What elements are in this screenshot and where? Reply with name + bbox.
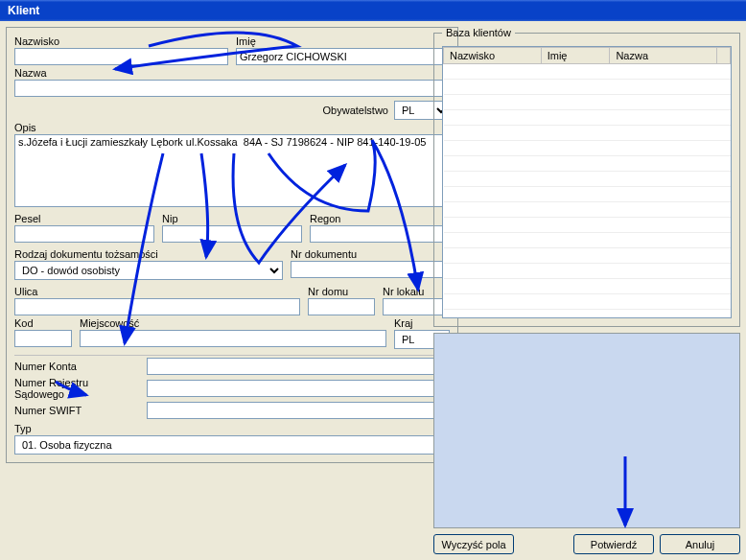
ulica-input[interactable] bbox=[14, 298, 300, 315]
nr-dok-input[interactable] bbox=[291, 261, 450, 278]
table-row bbox=[444, 172, 731, 187]
potwierdz-button[interactable]: Potwierdź bbox=[573, 534, 654, 554]
table-row bbox=[444, 233, 731, 248]
table-row bbox=[444, 248, 731, 264]
nazwa-input[interactable] bbox=[14, 80, 450, 97]
nr-dok-label: Nr dokumentu bbox=[291, 248, 450, 260]
table-row bbox=[444, 264, 731, 279]
imie-input[interactable] bbox=[236, 48, 450, 65]
col-nazwa[interactable]: Nazwa bbox=[610, 48, 717, 64]
numer-konta-input[interactable] bbox=[147, 358, 450, 375]
miejscowosc-input[interactable] bbox=[80, 330, 386, 347]
opis-textarea[interactable]: s.Józefa i Łucji zamieszkały Lębork ul.K… bbox=[14, 134, 450, 207]
table-row bbox=[444, 110, 731, 126]
table-row bbox=[444, 202, 731, 218]
numer-swift-label: Numer SWIFT bbox=[14, 405, 139, 416]
miejscowosc-label: Miejscowość bbox=[80, 317, 386, 329]
nr-domu-label: Nr domu bbox=[308, 286, 375, 297]
table-row bbox=[444, 64, 731, 80]
opis-label: Opis bbox=[14, 122, 450, 133]
table-row bbox=[444, 187, 731, 202]
numer-rejestru-input[interactable] bbox=[147, 380, 450, 397]
table-row bbox=[444, 95, 731, 110]
window-titlebar: Klient bbox=[0, 0, 746, 21]
wyczysc-pola-button[interactable]: Wyczyść pola bbox=[433, 534, 514, 554]
col-imie[interactable]: Imię bbox=[541, 48, 610, 64]
table-row bbox=[444, 279, 731, 294]
table-row bbox=[444, 156, 731, 172]
client-form-fieldset: Nazwisko Imię Nazwa Obywatelstwo bbox=[6, 27, 458, 463]
nr-domu-input[interactable] bbox=[308, 298, 375, 315]
baza-klientow-table: Nazwisko Imię Nazwa bbox=[443, 47, 731, 310]
baza-klientow-fieldset: Baza klientów Nazwisko Imię Nazwa bbox=[433, 27, 740, 327]
table-row bbox=[444, 294, 731, 310]
anuluj-button[interactable]: Anuluj bbox=[660, 534, 740, 554]
nip-input[interactable] bbox=[162, 225, 302, 243]
nazwisko-label: Nazwisko bbox=[14, 35, 228, 47]
obywatelstwo-label: Obywatelstwo bbox=[323, 105, 388, 116]
numer-swift-input[interactable] bbox=[147, 402, 450, 419]
preview-panel bbox=[433, 333, 740, 528]
imie-label: Imię bbox=[236, 35, 450, 47]
baza-klientow-table-wrap[interactable]: Nazwisko Imię Nazwa bbox=[442, 46, 732, 318]
rodzaj-dok-select[interactable]: DO - dowód osobisty bbox=[14, 261, 283, 280]
typ-label: Typ bbox=[14, 423, 450, 434]
table-row bbox=[444, 141, 731, 156]
kod-label: Kod bbox=[14, 317, 72, 329]
col-nazwisko[interactable]: Nazwisko bbox=[444, 48, 542, 64]
rodzaj-dok-label: Rodzaj dokumentu tożsamości bbox=[14, 248, 283, 260]
typ-select[interactable]: 01. Osoba fizyczna bbox=[14, 435, 450, 455]
pesel-label: Pesel bbox=[14, 213, 154, 224]
nazwisko-input[interactable] bbox=[14, 48, 228, 65]
nip-label: Nip bbox=[162, 213, 302, 224]
table-row bbox=[444, 218, 731, 233]
kod-input[interactable] bbox=[14, 330, 72, 347]
regon-input[interactable] bbox=[310, 225, 450, 243]
table-row bbox=[444, 126, 731, 141]
nazwa-label: Nazwa bbox=[14, 67, 450, 79]
col-spacer bbox=[717, 48, 731, 64]
regon-label: Regon bbox=[310, 213, 450, 224]
baza-klientow-legend: Baza klientów bbox=[442, 27, 515, 38]
table-row bbox=[444, 80, 731, 95]
numer-konta-label: Numer Konta bbox=[14, 361, 139, 372]
ulica-label: Ulica bbox=[14, 286, 300, 297]
window-title: Klient bbox=[8, 4, 39, 17]
numer-rejestru-label: Numer Rejestru Sądowego bbox=[14, 377, 139, 400]
pesel-input[interactable] bbox=[14, 225, 154, 243]
